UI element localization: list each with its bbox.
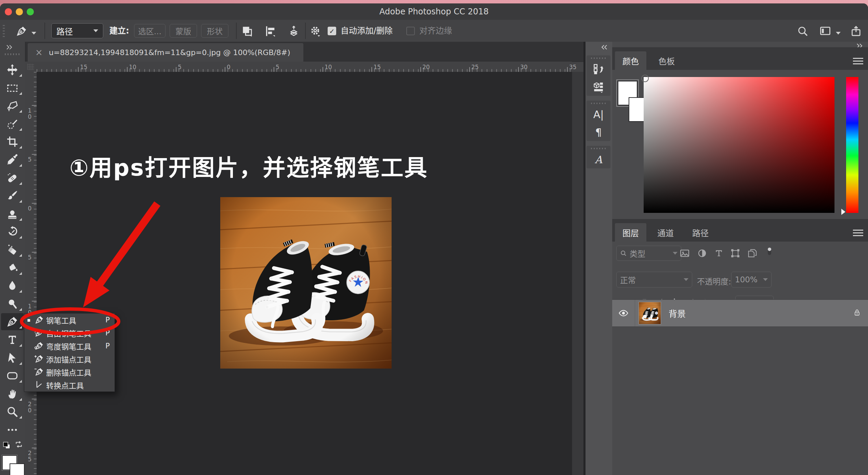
make-mask-button[interactable]: 蒙版 [170, 24, 197, 38]
tab-paths[interactable]: 路径 [685, 223, 716, 242]
tool-preset-pen-icon[interactable] [16, 25, 27, 37]
tab-color[interactable]: 颜色 [615, 51, 646, 70]
pen-tool[interactable] [1, 313, 24, 330]
eraser-tool[interactable] [1, 241, 24, 258]
color-panel-tab-row: 颜色 色板 [612, 47, 868, 70]
clone-stamp-tool[interactable] [1, 205, 24, 222]
canvas-area[interactable]: ①用ps打开图片，并选择钢笔工具 [37, 72, 572, 475]
filter-smart-objects-icon[interactable] [746, 246, 759, 260]
saturation-brightness-field[interactable] [644, 77, 834, 213]
hand-tool[interactable] [1, 385, 24, 402]
menu-item-freeform-pen-tool[interactable]: 自由钢笔工具 P [24, 326, 115, 339]
tool-flyout-corner-icon [19, 272, 22, 275]
menu-item-convert-point-tool[interactable]: 转换点工具 [24, 378, 115, 391]
dodge-tool[interactable] [1, 295, 24, 312]
document-tab[interactable]: × u=88293214,1994818091&fm=11&gp=0.jpg @… [28, 43, 303, 62]
layer-visibility-eye-icon[interactable] [612, 300, 635, 326]
dock-grip[interactable] [591, 57, 606, 59]
canvas-vertical-scrollbar[interactable] [572, 72, 584, 475]
eyedropper-tool[interactable] [1, 151, 24, 168]
tab-swatches[interactable]: 色板 [651, 51, 682, 70]
filter-type-layers-icon[interactable] [712, 246, 726, 260]
menu-item-curvature-pen-tool[interactable]: 弯度钢笔工具 P [24, 339, 115, 352]
align-edges-checkbox[interactable] [406, 27, 415, 35]
rectangle-tool[interactable] [1, 367, 24, 384]
dock-grip[interactable] [591, 148, 606, 149]
filter-pixel-layers-icon[interactable] [678, 246, 692, 260]
filter-shape-layers-icon[interactable] [728, 246, 742, 260]
auto-add-delete-label: 自动添加/删除 [341, 20, 393, 42]
history-brush-tool[interactable] [1, 223, 24, 240]
paragraph-panel-icon[interactable]: ¶ [587, 123, 610, 141]
blend-mode-select[interactable]: 正常 [616, 272, 692, 287]
spot-healing-brush-tool[interactable] [1, 169, 24, 187]
path-operations-icon[interactable] [241, 25, 253, 37]
make-shape-button[interactable]: 形状 [201, 24, 228, 38]
search-icon[interactable] [797, 25, 808, 37]
properties-3d-panel-icon[interactable] [587, 78, 610, 96]
edit-toolbar[interactable] [1, 421, 24, 438]
auto-add-delete-checkbox[interactable]: ✓ [328, 27, 336, 35]
default-colors-icon[interactable] [3, 441, 11, 451]
tool-flyout-corner-icon [19, 290, 22, 293]
share-icon[interactable] [850, 25, 862, 37]
path-arrangement-icon[interactable] [288, 25, 300, 37]
ruler-major-tick [225, 67, 225, 72]
layer-row-background[interactable]: 背景 [612, 299, 868, 327]
pen-options-gear-icon[interactable] [310, 25, 321, 37]
color-panel-menu-icon[interactable] [853, 57, 863, 64]
filter-adjustment-layers-icon[interactable] [695, 246, 709, 260]
vertical-ruler[interactable]: 1050510152025 [25, 72, 37, 475]
rectangular-marquee-tool[interactable] [1, 79, 24, 97]
ruler-origin-corner[interactable] [25, 62, 37, 72]
ruler-left-number: 0 [26, 205, 33, 211]
path-alignment-icon[interactable] [265, 25, 276, 37]
layers-panel-menu-icon[interactable] [853, 229, 863, 236]
hue-marker-icon[interactable] [841, 209, 845, 215]
ruler-top-number: 5 [276, 64, 279, 70]
blur-tool[interactable] [1, 277, 24, 294]
lasso-tool[interactable] [1, 97, 24, 114]
zoom-tool[interactable] [1, 403, 24, 420]
layer-filter-search[interactable]: 类型 [616, 246, 681, 261]
tab-layers[interactable]: 图层 [615, 223, 646, 242]
expand-panels-icon[interactable] [600, 44, 609, 51]
color-marker-icon[interactable] [641, 75, 649, 82]
tab-channels[interactable]: 通道 [650, 223, 681, 242]
glyphs-panel-icon[interactable]: A [587, 151, 610, 168]
menu-item-add-anchor-point-tool[interactable]: 添加锚点工具 [24, 352, 115, 365]
character-panel-icon[interactable]: A| [587, 105, 610, 123]
pen-mode-select[interactable]: 路径 [51, 23, 103, 38]
tool-flyout-corner-icon [19, 110, 22, 113]
horizontal-ruler[interactable]: 1510505101520253035 [37, 62, 572, 72]
crop-tool[interactable] [1, 133, 24, 150]
tool-preset-chevron-icon[interactable] [31, 29, 36, 36]
close-tab-icon[interactable]: × [35, 47, 43, 57]
dock-grip[interactable] [591, 103, 606, 104]
hue-slider[interactable] [846, 77, 858, 213]
window-title: Adobe Photoshop CC 2018 [0, 7, 868, 16]
brush-tool[interactable] [1, 187, 24, 204]
path-selection-tool[interactable] [1, 349, 24, 367]
filter-toggle-switch[interactable] [763, 244, 776, 258]
move-tool[interactable] [1, 61, 24, 78]
make-selection-button[interactable]: 选区... [134, 24, 166, 38]
menu-item-delete-anchor-point-tool[interactable]: 删除锚点工具 [24, 365, 115, 378]
history-panel-icon[interactable] [587, 60, 610, 78]
layer-name: 背景 [669, 307, 853, 319]
opacity-field[interactable]: 100% [731, 272, 772, 287]
options-bar-grip[interactable] [3, 25, 5, 37]
type-tool[interactable] [1, 331, 24, 348]
menu-item-pen-tool[interactable]: ▪ 钢笔工具 P [24, 313, 115, 326]
paint-bucket-tool[interactable] [1, 259, 24, 277]
workspace-switcher-icon[interactable] [819, 25, 831, 37]
toolbar-grip[interactable] [5, 53, 20, 55]
swap-colors-icon[interactable] [14, 440, 23, 450]
document-image[interactable] [220, 197, 392, 369]
workspace-chevron-icon[interactable] [836, 29, 841, 36]
background-color-swatch[interactable] [10, 463, 25, 475]
quick-selection-tool[interactable] [1, 115, 24, 132]
layer-thumbnail[interactable] [639, 302, 661, 324]
pen-tool-icon [34, 315, 44, 325]
collapse-toolbar-icon[interactable] [5, 44, 14, 51]
